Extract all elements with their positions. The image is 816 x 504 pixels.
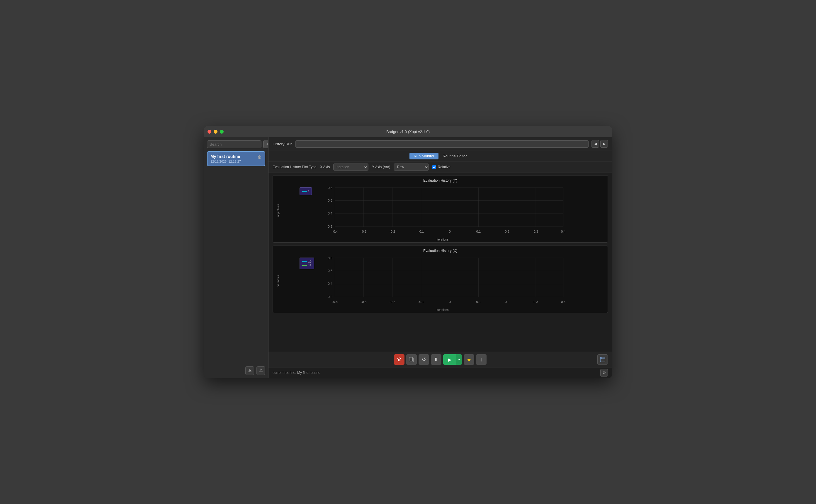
star-button[interactable]: ★ (464, 354, 474, 365)
svg-text:-0.1: -0.1 (418, 300, 424, 304)
status-bar: current routine: My first routine ⚙ (268, 367, 612, 378)
svg-text:-0.1: -0.1 (418, 230, 424, 233)
chart-y-svg: 0.2 0.4 0.6 0.8 -0.4 -0.3 -0.2 -0.1 0 0 (281, 184, 605, 236)
bottom-toolbar: 🗑 ↺ ⏸ ▶ ▾ ★ ↓ (268, 352, 612, 367)
chart-x-svg: 0.2 0.4 0.6 0.8 -0.4 -0.3 -0.2 -0.1 0 0.… (281, 255, 605, 307)
nav-next-button[interactable]: ▶ (600, 140, 608, 148)
svg-text:0.3: 0.3 (533, 230, 538, 233)
pause-button[interactable]: ⏸ (431, 354, 441, 365)
chart-y-axis-label: objectives (276, 184, 281, 236)
nav-buttons: ◀ ▶ (591, 140, 608, 148)
settings-button[interactable]: ⚙ (600, 369, 608, 377)
chart-x-axis-label: variables (276, 255, 281, 307)
export-button[interactable] (256, 366, 265, 375)
x-axis-label: X Axis (320, 165, 330, 169)
chart-x-x-label: iterations (281, 308, 605, 311)
y-axis-select[interactable]: Raw (394, 164, 429, 171)
svg-text:0.2: 0.2 (505, 230, 509, 233)
import-button[interactable] (245, 366, 254, 375)
svg-rect-56 (600, 357, 605, 362)
history-run-select[interactable] (295, 140, 589, 148)
svg-text:-0.4: -0.4 (332, 230, 338, 233)
svg-rect-1 (259, 372, 263, 372)
x-axis-select[interactable]: Iteration (333, 164, 368, 171)
env-button[interactable] (597, 354, 608, 365)
chart-y-inner: objectives (276, 184, 605, 236)
tabs-bar: Run Monitor Routine Editor (268, 151, 612, 161)
play-dropdown-button[interactable]: ▾ (456, 354, 462, 365)
svg-text:0.1: 0.1 (476, 300, 481, 304)
nav-prev-button[interactable]: ◀ (591, 140, 599, 148)
routine-name: My first routine (210, 154, 258, 159)
minimize-button[interactable] (214, 130, 217, 134)
chart-x-inner: variables (276, 255, 605, 307)
copy-icon (409, 357, 414, 362)
delete-button[interactable]: 🗑 (394, 354, 404, 365)
svg-text:0.8: 0.8 (328, 256, 332, 260)
svg-text:0.8: 0.8 (328, 186, 332, 190)
history-run-label: History Run (273, 142, 293, 146)
routine-info: My first routine 12/18/2023, 12:12:27 (210, 154, 258, 163)
svg-text:-0.3: -0.3 (361, 230, 366, 233)
controls-bar: Evaluation History Plot Type X Axis Iter… (268, 161, 612, 173)
svg-text:0.2: 0.2 (328, 295, 332, 299)
svg-text:0.4: 0.4 (328, 212, 332, 215)
copy-button[interactable] (406, 354, 417, 365)
play-button[interactable]: ▶ (443, 354, 456, 365)
tab-run-monitor[interactable]: Run Monitor (409, 153, 438, 159)
chart-x-legend: x0 x1 (300, 258, 314, 269)
y-axis-label: Y Axis (Var) (372, 165, 390, 169)
svg-text:0: 0 (449, 230, 451, 233)
svg-text:0.6: 0.6 (328, 269, 332, 273)
delete-routine-button[interactable]: 🗑 (258, 155, 262, 159)
relative-checkbox[interactable] (432, 165, 436, 169)
legend-line-x0 (302, 261, 307, 262)
routine-list-item[interactable]: My first routine 12/18/2023, 12:12:27 🗑 (207, 151, 265, 166)
svg-text:-0.2: -0.2 (390, 230, 395, 233)
window-title: Badger v1.0 (Xopt v2.1.0) (386, 130, 430, 134)
close-button[interactable] (208, 130, 211, 134)
top-bar: History Run ◀ ▶ (268, 137, 612, 151)
chart-y-plot: 0.2 0.4 0.6 0.8 -0.4 -0.3 -0.2 -0.1 0 0 (281, 184, 605, 236)
sidebar: + My first routine 12/18/2023, 12:12:27 … (204, 137, 268, 378)
chart-x: Evaluation History (X) variables (273, 246, 608, 313)
status-text: current routine: My first routine (273, 371, 320, 375)
legend-line-f (302, 191, 307, 192)
main-content: History Run ◀ ▶ Run Monitor Routine Edit (268, 137, 612, 378)
svg-text:0.6: 0.6 (328, 199, 332, 202)
search-input[interactable] (207, 140, 261, 148)
legend-item-x0: x0 (302, 260, 312, 263)
import-icon (248, 369, 252, 373)
chart-y: Evaluation History (Y) objectives (273, 175, 608, 243)
svg-text:0.2: 0.2 (505, 300, 509, 304)
svg-rect-55 (409, 357, 412, 361)
export-icon (259, 369, 263, 373)
titlebar: Badger v1.0 (Xopt v2.1.0) (204, 126, 612, 137)
svg-text:0.4: 0.4 (328, 282, 332, 285)
legend-item-f: f (302, 190, 309, 193)
svg-text:0.4: 0.4 (561, 300, 565, 304)
legend-item-x1: x1 (302, 264, 312, 267)
svg-text:-0.4: -0.4 (332, 300, 338, 304)
svg-text:-0.3: -0.3 (361, 300, 366, 304)
svg-text:0: 0 (449, 300, 451, 304)
reset-button[interactable]: ↺ (419, 354, 429, 365)
svg-text:0.1: 0.1 (476, 230, 481, 233)
maximize-button[interactable] (220, 130, 224, 134)
chart-x-title: Evaluation History (X) (276, 249, 605, 253)
app-window: Badger v1.0 (Xopt v2.1.0) + My first rou… (204, 126, 612, 378)
chart-y-legend: f (300, 187, 312, 195)
env-icon (600, 357, 605, 362)
chart-y-x-label: iterations (281, 238, 605, 241)
main-body: + My first routine 12/18/2023, 12:12:27 … (204, 137, 612, 378)
relative-checkbox-wrapper: Relative (432, 165, 450, 169)
tab-routine-editor[interactable]: Routine Editor (438, 153, 471, 159)
chart-x-plot: 0.2 0.4 0.6 0.8 -0.4 -0.3 -0.2 -0.1 0 0.… (281, 255, 605, 307)
routine-date: 12/18/2023, 12:12:27 (210, 160, 258, 163)
chart-y-title: Evaluation History (Y) (276, 178, 605, 183)
sidebar-header: + (207, 140, 265, 148)
svg-rect-0 (248, 372, 251, 372)
history-select-wrapper (295, 140, 589, 148)
charts-area: Evaluation History (Y) objectives (268, 173, 612, 352)
arrow-down-button[interactable]: ↓ (476, 354, 487, 365)
